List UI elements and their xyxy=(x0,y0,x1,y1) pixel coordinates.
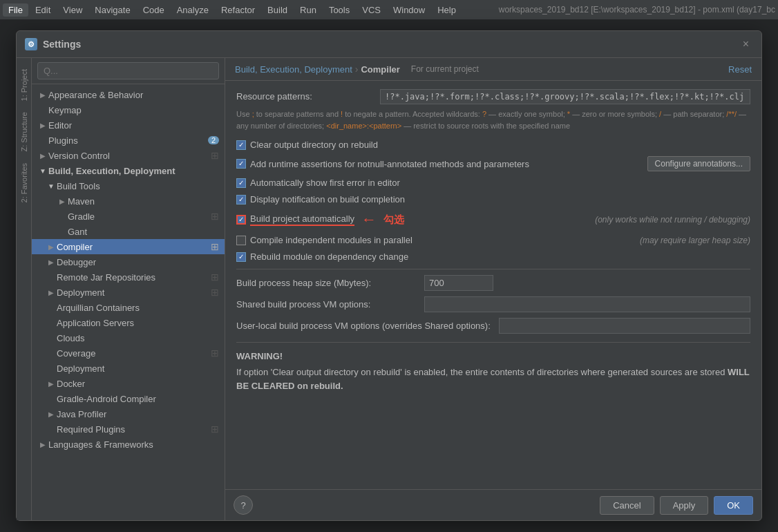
menubar: File Edit View Navigate Code Analyze Ref… xyxy=(0,0,778,19)
menu-view[interactable]: View xyxy=(57,3,88,17)
menu-build[interactable]: Build xyxy=(262,3,293,17)
menu-file[interactable]: File xyxy=(3,3,28,17)
menu-edit[interactable]: Edit xyxy=(30,3,56,17)
menu-vcs[interactable]: VCS xyxy=(357,3,386,17)
menu-help[interactable]: Help xyxy=(432,3,462,17)
menu-run[interactable]: Run xyxy=(294,3,322,17)
menu-window[interactable]: Window xyxy=(388,3,430,17)
menu-code[interactable]: Code xyxy=(137,3,170,17)
menu-navigate[interactable]: Navigate xyxy=(89,3,135,17)
menu-refactor[interactable]: Refactor xyxy=(216,3,260,17)
menu-analyze[interactable]: Analyze xyxy=(171,3,214,17)
window-title-info: workspaces_2019_bd12 [E:\workspaces_2019… xyxy=(499,5,775,15)
menu-tools[interactable]: Tools xyxy=(323,3,355,17)
